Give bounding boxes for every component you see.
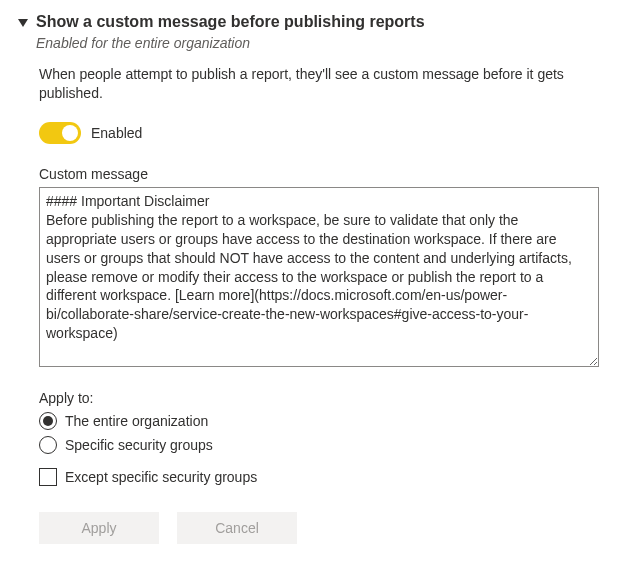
enabled-toggle[interactable]: [39, 122, 81, 144]
radio-label: The entire organization: [65, 413, 208, 429]
setting-subtitle: Enabled for the entire organization: [36, 35, 606, 51]
radio-label: Specific security groups: [65, 437, 213, 453]
except-specific-groups[interactable]: Except specific security groups: [39, 468, 606, 486]
setting-description: When people attempt to publish a report,…: [39, 65, 606, 104]
enabled-toggle-label: Enabled: [91, 125, 142, 141]
toggle-knob: [62, 125, 78, 141]
custom-message-input[interactable]: [39, 187, 599, 367]
apply-to-label: Apply to:: [39, 390, 606, 406]
cancel-button[interactable]: Cancel: [177, 512, 297, 544]
checkbox-icon: [39, 468, 57, 486]
apply-to-specific-groups[interactable]: Specific security groups: [39, 436, 606, 454]
custom-message-label: Custom message: [39, 166, 606, 182]
radio-icon: [39, 436, 57, 454]
radio-icon: [39, 412, 57, 430]
apply-button[interactable]: Apply: [39, 512, 159, 544]
apply-to-entire-org[interactable]: The entire organization: [39, 412, 606, 430]
setting-title: Show a custom message before publishing …: [36, 12, 606, 33]
checkbox-label: Except specific security groups: [65, 469, 257, 485]
collapse-icon[interactable]: [18, 19, 28, 27]
